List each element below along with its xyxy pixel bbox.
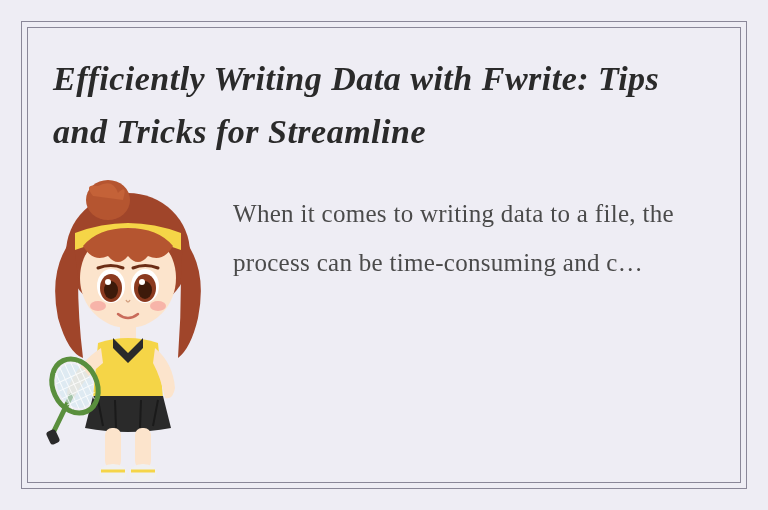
svg-rect-31 <box>46 429 61 446</box>
article-title: Efficiently Writing Data with Fwrite: Ti… <box>53 53 715 158</box>
article-excerpt: When it comes to writing data to a file,… <box>233 188 715 288</box>
svg-point-18 <box>129 464 157 482</box>
avatar-illustration <box>43 178 213 488</box>
svg-point-10 <box>105 279 111 285</box>
card-frame: Efficiently Writing Data with Fwrite: Ti… <box>27 27 741 483</box>
svg-rect-16 <box>135 428 151 468</box>
svg-point-12 <box>90 301 106 311</box>
content-row: When it comes to writing data to a file,… <box>53 188 715 488</box>
svg-rect-15 <box>105 428 121 468</box>
svg-point-13 <box>150 301 166 311</box>
tennis-girl-icon <box>43 178 213 488</box>
svg-point-11 <box>139 279 145 285</box>
svg-point-17 <box>99 464 127 482</box>
